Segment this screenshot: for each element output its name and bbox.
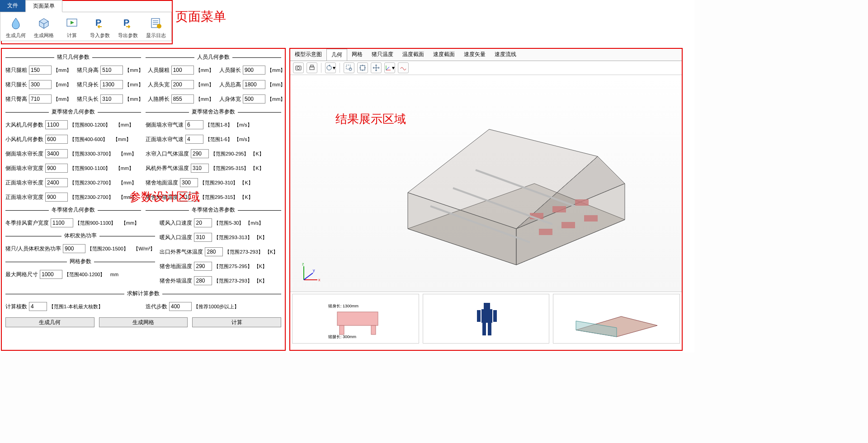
svg-rect-10 bbox=[310, 67, 314, 70]
thumb-building[interactable] bbox=[553, 294, 680, 344]
svg-text:y: y bbox=[313, 268, 315, 273]
side-vel[interactable] bbox=[185, 120, 203, 129]
out-t[interactable] bbox=[205, 247, 223, 256]
sec-heat: 体积发热功率 bbox=[61, 232, 99, 239]
ww-t[interactable] bbox=[194, 276, 212, 285]
person-leg-thick[interactable] bbox=[171, 66, 194, 75]
fit-icon[interactable] bbox=[357, 62, 368, 73]
wave-icon[interactable] bbox=[398, 62, 409, 73]
front-wid[interactable] bbox=[45, 193, 68, 202]
pig-leg-thick[interactable] bbox=[29, 66, 52, 75]
person-arm-l[interactable] bbox=[171, 94, 194, 104]
pig-hip-h[interactable] bbox=[29, 94, 52, 104]
print-icon[interactable] bbox=[307, 62, 317, 73]
btn-geom[interactable]: 生成几何 bbox=[5, 317, 94, 327]
svg-text:z: z bbox=[302, 262, 304, 266]
front-len[interactable] bbox=[45, 178, 68, 187]
person-body-w[interactable] bbox=[243, 94, 265, 104]
svg-rect-27 bbox=[539, 229, 552, 235]
btn-log[interactable]: 显示日志 bbox=[145, 16, 167, 39]
front-vel[interactable] bbox=[185, 135, 203, 144]
thumb-person[interactable] bbox=[423, 294, 550, 344]
heat-power[interactable] bbox=[63, 244, 85, 253]
sg-t[interactable] bbox=[180, 178, 198, 187]
person-leg-l[interactable] bbox=[243, 66, 265, 75]
side-wid[interactable] bbox=[45, 164, 68, 173]
btn-gen-mesh[interactable]: 生成网格 bbox=[33, 16, 55, 39]
btn-compute[interactable]: 计算 bbox=[61, 16, 83, 39]
iters[interactable] bbox=[169, 302, 192, 311]
zoom-box-icon[interactable] bbox=[344, 62, 354, 73]
move-icon[interactable] bbox=[371, 62, 382, 73]
cores[interactable] bbox=[29, 302, 47, 311]
vtab-2[interactable]: 网格 bbox=[347, 49, 367, 61]
svg-rect-49 bbox=[493, 310, 497, 322]
log-icon bbox=[149, 16, 163, 30]
btn-mesh[interactable]: 生成网格 bbox=[99, 317, 188, 327]
axis-triad-icon: z x y bbox=[299, 262, 322, 284]
vtab-7[interactable]: 速度流线 bbox=[490, 49, 521, 61]
svg-rect-25 bbox=[552, 206, 566, 212]
annotation-left: 参数设计区域 bbox=[129, 189, 200, 205]
warm-vel[interactable] bbox=[194, 218, 212, 227]
btn-gen-geom[interactable]: 生成几何 bbox=[5, 16, 27, 39]
vtab-1[interactable]: 几何 bbox=[326, 49, 347, 61]
building-model bbox=[381, 102, 634, 274]
svg-text:猪腿长: 300mm: 猪腿长: 300mm bbox=[328, 335, 356, 339]
vtab-4[interactable]: 温度截面 bbox=[398, 49, 429, 61]
sec-summer-bound: 夏季猪舍边界参数 bbox=[189, 108, 238, 115]
svg-rect-26 bbox=[575, 199, 589, 206]
p-in-icon: P bbox=[93, 16, 107, 30]
thumb-pig[interactable]: 猪身长: 1300mm猪腿长: 300mm bbox=[292, 294, 419, 344]
reset-icon[interactable]: ▾ bbox=[325, 62, 336, 73]
svg-rect-15 bbox=[360, 66, 365, 70]
svg-rect-11 bbox=[311, 65, 313, 67]
svg-rect-13 bbox=[346, 65, 350, 69]
vtab-6[interactable]: 速度矢量 bbox=[459, 49, 490, 61]
pig-leg-len[interactable] bbox=[29, 80, 52, 89]
pig-body-h[interactable] bbox=[100, 66, 123, 75]
sec-winter-geom: 冬季猪舍几何参数 bbox=[49, 207, 98, 213]
svg-rect-45 bbox=[481, 309, 492, 323]
svg-point-9 bbox=[297, 67, 300, 70]
viewer-tabs: 模型示意图 几何 网格 猪只温度 温度截面 速度截面 速度矢量 速度流线 bbox=[290, 49, 682, 61]
svg-text:x: x bbox=[318, 278, 321, 282]
cube-icon bbox=[37, 16, 51, 30]
svg-point-12 bbox=[327, 66, 331, 70]
pig-body-l[interactable] bbox=[100, 80, 123, 89]
svg-rect-39 bbox=[337, 312, 378, 325]
tab-file[interactable]: 文件 bbox=[0, 0, 25, 12]
btn-export[interactable]: P 导出参数 bbox=[117, 16, 139, 39]
p-out-icon: P bbox=[121, 16, 135, 30]
exhaust-w[interactable] bbox=[51, 218, 73, 227]
side-len[interactable] bbox=[45, 149, 68, 158]
tab-page-menu[interactable]: 页面菜单 bbox=[25, 0, 62, 12]
viewer-3d[interactable]: 结果展示区域 z x y bbox=[290, 75, 682, 292]
person-head-w[interactable] bbox=[171, 80, 194, 89]
sec-person: 人员几何参数 bbox=[194, 54, 232, 60]
btn-calc[interactable]: 计算 bbox=[192, 317, 281, 327]
svg-rect-47 bbox=[488, 323, 491, 335]
svg-point-7 bbox=[157, 24, 161, 28]
btn-import[interactable]: P 导入参数 bbox=[89, 16, 111, 39]
svg-rect-44 bbox=[484, 303, 490, 309]
pig-head-l[interactable] bbox=[100, 94, 123, 104]
vtab-3[interactable]: 猪只温度 bbox=[367, 49, 398, 61]
inlet-t[interactable] bbox=[191, 149, 209, 158]
svg-rect-46 bbox=[482, 323, 486, 335]
fan-t[interactable] bbox=[191, 164, 209, 173]
svg-rect-28 bbox=[561, 222, 575, 228]
sec-solver: 求解计算参数 bbox=[124, 290, 162, 297]
big-fan[interactable] bbox=[45, 120, 68, 129]
sec-mesh: 网格参数 bbox=[67, 258, 94, 264]
person-total-h[interactable] bbox=[243, 80, 265, 89]
vtab-0[interactable]: 模型示意图 bbox=[290, 49, 326, 61]
camera-icon[interactable] bbox=[293, 62, 304, 73]
small-fan[interactable] bbox=[45, 135, 68, 144]
svg-text:猪身长: 1300mm: 猪身长: 1300mm bbox=[328, 304, 359, 308]
vtab-5[interactable]: 速度截面 bbox=[429, 49, 459, 61]
axis-icon[interactable]: ▾ bbox=[384, 62, 395, 73]
warm-t[interactable] bbox=[194, 233, 212, 242]
wg-t[interactable] bbox=[194, 262, 212, 271]
mesh-size[interactable] bbox=[40, 270, 62, 279]
